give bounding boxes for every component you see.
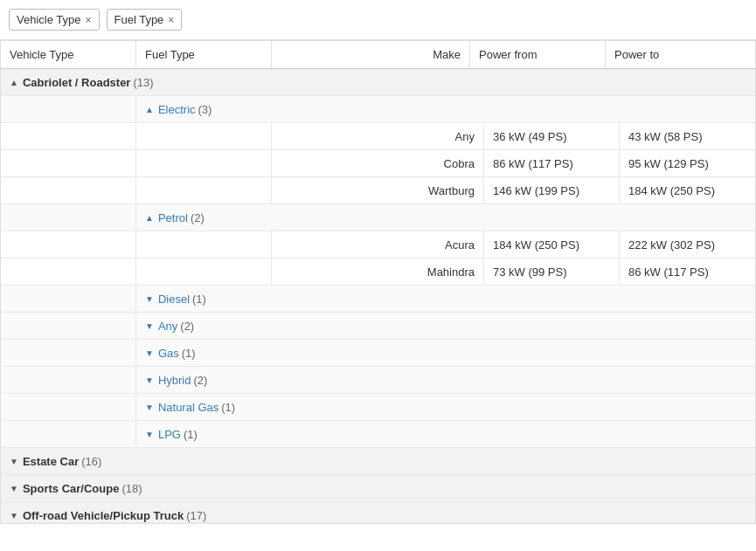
table-row: Cobra 86 kW (117 PS) 95 kW (129 PS)	[1, 150, 755, 177]
subgroup-label-gas: Gas	[158, 347, 179, 360]
cell-make-e1: Any	[272, 123, 484, 149]
group-cell-estate: ▼ Estate Car (16)	[1, 448, 755, 474]
subgroup-empty-naturalgas	[1, 394, 136, 420]
subgroup-count-gas: (1)	[182, 347, 196, 360]
subgroup-row-electric[interactable]: ▲ Electric (3)	[1, 96, 755, 123]
group-row-estate[interactable]: ▼ Estate Car (16)	[1, 448, 755, 475]
group-label-estate: Estate Car	[23, 455, 79, 468]
cell-pf-e3: 146 kW (199 PS)	[484, 177, 620, 203]
subgroup-label-any: Any	[158, 320, 177, 333]
subgroup-empty-lpg	[1, 421, 136, 447]
table-row: Mahindra 73 kW (99 PS) 86 kW (117 PS)	[1, 258, 755, 286]
subgroup-cell-hybrid: ▼ Hybrid (2)	[136, 367, 755, 393]
fuel-type-filter-close[interactable]: ×	[168, 14, 174, 26]
group-cell-sports: ▼ Sports Car/Coupe (18)	[1, 475, 755, 501]
cell-ft-p2	[136, 258, 272, 285]
expand-icon-offroad: ▼	[10, 511, 18, 520]
expand-icon-lpg: ▼	[145, 430, 154, 439]
cell-ft-e3	[136, 177, 272, 203]
fuel-type-filter-label: Fuel Type	[114, 13, 164, 26]
subgroup-empty-any	[1, 313, 136, 339]
subgroup-label-hybrid: Hybrid	[158, 374, 191, 387]
expand-icon-naturalgas: ▼	[145, 403, 154, 412]
subgroup-cell-diesel: ▼ Diesel (1)	[136, 286, 755, 312]
group-cell-offroad: ▼ Off-road Vehicle/Pickup Truck (17)	[1, 502, 755, 523]
collapse-icon-electric: ▲	[145, 105, 154, 114]
subgroup-label-lpg: LPG	[158, 428, 181, 441]
group-row-offroad[interactable]: ▼ Off-road Vehicle/Pickup Truck (17)	[1, 502, 755, 523]
subgroup-count-petrol: (2)	[191, 211, 205, 224]
group-count-offroad: (17)	[186, 509, 206, 522]
subgroup-row-diesel[interactable]: ▼ Diesel (1)	[1, 286, 755, 313]
cell-pt-p1: 222 kW (302 PS)	[620, 231, 755, 258]
group-count-sports: (18)	[121, 482, 142, 495]
subgroup-cell-any: ▼ Any (2)	[136, 313, 755, 339]
subgroup-cell-petrol: ▲ Petrol (2)	[136, 204, 755, 231]
subgroup-empty-petrol	[1, 204, 136, 231]
subgroup-count-any: (2)	[180, 320, 194, 333]
subgroup-label-naturalgas: Natural Gas	[158, 401, 218, 414]
cell-vt-e2	[1, 150, 136, 176]
cell-vt-e1	[1, 123, 136, 149]
expand-icon-any: ▼	[145, 321, 154, 331]
col-power-from: Power from	[470, 41, 606, 68]
fuel-type-filter-tag[interactable]: Fuel Type ×	[107, 9, 183, 31]
cell-make-e3: Wartburg	[272, 177, 484, 203]
subgroup-row-any[interactable]: ▼ Any (2)	[1, 313, 755, 340]
subgroup-row-lpg[interactable]: ▼ LPG (1)	[1, 421, 755, 448]
cell-vt-p1	[1, 231, 136, 258]
table-header: Vehicle Type Fuel Type Make Power from P…	[1, 41, 755, 69]
group-count-estate: (16)	[81, 455, 101, 468]
cell-pf-p1: 184 kW (250 PS)	[484, 231, 620, 258]
cell-ft-p1	[136, 231, 272, 258]
cell-ft-e1	[136, 123, 272, 149]
expand-icon-hybrid: ▼	[145, 375, 154, 385]
collapse-icon-petrol: ▲	[145, 213, 154, 223]
group-cell-cabriolet: ▲ Cabriolet / Roadster (13)	[1, 69, 755, 95]
col-power-to: Power to	[606, 41, 741, 68]
group-row-cabriolet[interactable]: ▲ Cabriolet / Roadster (13)	[1, 69, 755, 96]
group-count-cabriolet: (13)	[133, 76, 153, 89]
cell-pt-e2: 95 kW (129 PS)	[620, 150, 755, 176]
group-label-sports: Sports Car/Coupe	[23, 482, 120, 495]
cell-pt-p2: 86 kW (117 PS)	[620, 258, 755, 285]
col-make: Make	[272, 41, 470, 68]
group-row-sports[interactable]: ▼ Sports Car/Coupe (18)	[1, 475, 755, 502]
table-row: Wartburg 146 kW (199 PS) 184 kW (250 PS)	[1, 177, 755, 204]
col-vehicle-type: Vehicle Type	[1, 41, 136, 68]
table-row: Acura 184 kW (250 PS) 222 kW (302 PS)	[1, 231, 755, 258]
cell-make-p2: Mahindra	[272, 258, 484, 285]
subgroup-count-lpg: (1)	[184, 428, 198, 441]
expand-icon-diesel: ▼	[145, 294, 154, 304]
subgroup-row-naturalgas[interactable]: ▼ Natural Gas (1)	[1, 394, 755, 421]
subgroup-row-hybrid[interactable]: ▼ Hybrid (2)	[1, 367, 755, 394]
cell-vt-e3	[1, 177, 136, 203]
subgroup-cell-gas: ▼ Gas (1)	[136, 340, 755, 366]
expand-icon-sports: ▼	[10, 484, 18, 493]
subgroup-label-electric: Electric	[158, 103, 196, 116]
subgroup-count-naturalgas: (1)	[221, 401, 235, 414]
vehicle-type-filter-label: Vehicle Type	[17, 13, 80, 26]
group-label-offroad: Off-road Vehicle/Pickup Truck	[23, 509, 184, 522]
col-fuel-type: Fuel Type	[136, 41, 272, 68]
subgroup-cell-electric: ▲ Electric (3)	[136, 96, 755, 122]
cell-ft-e2	[136, 150, 272, 176]
cell-pf-e1: 36 kW (49 PS)	[484, 123, 620, 149]
subgroup-empty-diesel	[1, 286, 136, 312]
subgroup-empty-1	[1, 96, 136, 122]
subgroup-empty-gas	[1, 340, 136, 366]
cell-make-e2: Cobra	[272, 150, 484, 176]
subgroup-cell-naturalgas: ▼ Natural Gas (1)	[136, 394, 755, 420]
subgroup-cell-lpg: ▼ LPG (1)	[136, 421, 755, 447]
subgroup-row-gas[interactable]: ▼ Gas (1)	[1, 340, 755, 367]
subgroup-label-petrol: Petrol	[158, 211, 188, 224]
vehicle-type-filter-close[interactable]: ×	[85, 14, 91, 26]
vehicle-type-filter-tag[interactable]: Vehicle Type ×	[9, 9, 100, 31]
expand-icon-gas: ▼	[145, 348, 154, 358]
cell-pf-p2: 73 kW (99 PS)	[484, 258, 620, 285]
data-table: Vehicle Type Fuel Type Make Power from P…	[0, 40, 756, 524]
subgroup-empty-hybrid	[1, 367, 136, 393]
subgroup-row-petrol[interactable]: ▲ Petrol (2)	[1, 204, 755, 231]
cell-vt-p2	[1, 258, 136, 285]
cell-make-p1: Acura	[272, 231, 484, 258]
